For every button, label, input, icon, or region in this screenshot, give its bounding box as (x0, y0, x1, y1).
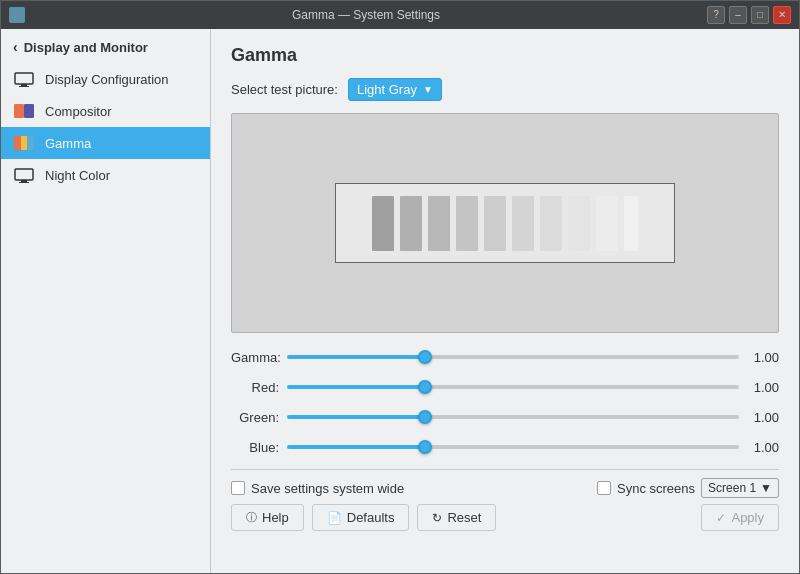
gamma-slider[interactable] (287, 355, 739, 359)
sidebar-item-label: Display Configuration (45, 72, 169, 87)
gamma-icon (13, 135, 35, 151)
slider-row-gamma: Gamma:1.00 (231, 347, 779, 367)
slider-row-red: Red:1.00 (231, 377, 779, 397)
page-title: Gamma (231, 45, 779, 66)
gamma-bar (512, 196, 534, 251)
chevron-down-icon: ▼ (423, 84, 433, 95)
apply-label: Apply (731, 510, 764, 525)
red-slider[interactable] (287, 385, 739, 389)
gamma-bar (372, 196, 394, 251)
sidebar-item-night-color[interactable]: Night Color (1, 159, 210, 191)
blue-slider-label: Blue: (231, 440, 279, 455)
main-window: Gamma — System Settings ? – □ ✕ ‹ Displa… (0, 0, 800, 574)
titlebar-app-icon (9, 7, 25, 23)
svg-rect-10 (19, 182, 29, 183)
gamma-bar (624, 196, 638, 251)
blue-slider-value: 1.00 (747, 440, 779, 455)
red-slider-container (287, 377, 739, 397)
svg-rect-2 (19, 86, 29, 87)
gamma-slider-label: Gamma: (231, 350, 279, 365)
blue-slider[interactable] (287, 445, 739, 449)
sidebar-item-display-configuration[interactable]: Display Configuration (1, 63, 210, 95)
svg-rect-7 (27, 136, 34, 150)
defaults-label: Defaults (347, 510, 395, 525)
save-settings-checkbox[interactable] (231, 481, 245, 495)
gamma-bar (540, 196, 562, 251)
sidebar-back-button[interactable]: ‹ Display and Monitor (1, 29, 210, 63)
sidebar-item-label: Night Color (45, 168, 110, 183)
gamma-slider-container (287, 347, 739, 367)
svg-rect-0 (15, 73, 33, 84)
screen-chevron-icon: ▼ (760, 481, 772, 495)
svg-rect-8 (15, 169, 33, 180)
red-slider-label: Red: (231, 380, 279, 395)
help-label: Help (262, 510, 289, 525)
help-button[interactable]: ? (707, 6, 725, 24)
sliders-area: Gamma:1.00Red:1.00Green:1.00Blue:1.00 (231, 347, 779, 457)
slider-row-blue: Blue:1.00 (231, 437, 779, 457)
content-area: Gamma Select test picture: Light Gray ▼ … (211, 29, 799, 573)
gamma-bar (456, 196, 478, 251)
green-slider-container (287, 407, 739, 427)
sync-screens-label: Sync screens (617, 481, 695, 496)
reset-button[interactable]: ↻ Reset (417, 504, 496, 531)
preview-area (231, 113, 779, 333)
green-slider-label: Green: (231, 410, 279, 425)
titlebar-title: Gamma — System Settings (31, 8, 701, 22)
blue-slider-container (287, 437, 739, 457)
gamma-bar (400, 196, 422, 251)
svg-rect-3 (14, 104, 24, 118)
green-slider[interactable] (287, 415, 739, 419)
options-row: Save settings system wide Sync screens S… (231, 478, 779, 498)
reset-icon: ↻ (432, 511, 442, 525)
titlebar: Gamma — System Settings ? – □ ✕ (1, 1, 799, 29)
help-icon: ⓘ (246, 510, 257, 525)
gamma-slider-value: 1.00 (747, 350, 779, 365)
sidebar-item-compositor[interactable]: Compositor (1, 95, 210, 127)
svg-rect-9 (21, 180, 27, 182)
defaults-icon: 📄 (327, 511, 342, 525)
test-picture-dropdown[interactable]: Light Gray ▼ (348, 78, 442, 101)
screen-dropdown-value: Screen 1 (708, 481, 756, 495)
sync-area: Sync screens Screen 1 ▼ (597, 478, 779, 498)
svg-rect-5 (14, 136, 21, 150)
slider-row-green: Green:1.00 (231, 407, 779, 427)
maximize-button[interactable]: □ (751, 6, 769, 24)
screen-dropdown[interactable]: Screen 1 ▼ (701, 478, 779, 498)
save-settings-label: Save settings system wide (251, 481, 404, 496)
sidebar: ‹ Display and Monitor Display Configurat… (1, 29, 211, 573)
help-button[interactable]: ⓘ Help (231, 504, 304, 531)
sidebar-item-label: Gamma (45, 136, 91, 151)
reset-label: Reset (447, 510, 481, 525)
svg-rect-6 (21, 136, 27, 150)
defaults-button[interactable]: 📄 Defaults (312, 504, 410, 531)
gamma-bar (568, 196, 590, 251)
titlebar-controls: ? – □ ✕ (707, 6, 791, 24)
minimize-button[interactable]: – (729, 6, 747, 24)
back-arrow-icon: ‹ (13, 39, 18, 55)
sidebar-item-label: Compositor (45, 104, 111, 119)
red-slider-value: 1.00 (747, 380, 779, 395)
close-button[interactable]: ✕ (773, 6, 791, 24)
svg-rect-4 (24, 104, 34, 118)
gamma-bar (484, 196, 506, 251)
test-picture-row: Select test picture: Light Gray ▼ (231, 78, 779, 101)
monitor-icon (13, 71, 35, 87)
sync-screens-checkbox[interactable] (597, 481, 611, 495)
apply-icon: ✓ (716, 511, 726, 525)
main-content: ‹ Display and Monitor Display Configurat… (1, 29, 799, 573)
dropdown-value: Light Gray (357, 82, 417, 97)
svg-rect-1 (21, 84, 27, 86)
green-slider-value: 1.00 (747, 410, 779, 425)
gamma-bar (428, 196, 450, 251)
compositor-icon (13, 103, 35, 119)
nightcolor-icon (13, 167, 35, 183)
sidebar-item-gamma[interactable]: Gamma (1, 127, 210, 159)
test-picture-label: Select test picture: (231, 82, 338, 97)
gamma-bar (596, 196, 618, 251)
gamma-bars-preview (335, 183, 675, 263)
buttons-row: ⓘ Help 📄 Defaults ↻ Reset ✓ Apply (231, 504, 779, 531)
apply-button[interactable]: ✓ Apply (701, 504, 779, 531)
sidebar-back-label: Display and Monitor (24, 40, 148, 55)
bottom-area: Save settings system wide Sync screens S… (231, 469, 779, 539)
